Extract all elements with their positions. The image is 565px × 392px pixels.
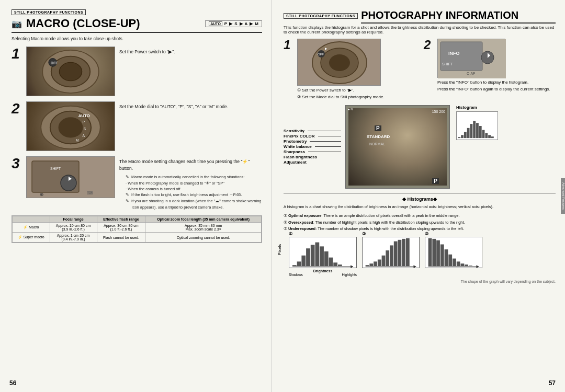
right-step-1: 1 OFF ▶ ① Set the Pow — [284, 39, 415, 101]
svg-text:OFF: OFF — [318, 53, 324, 56]
camera-display-section: Sensitivity FinePix COLOR Photometry Whi… — [284, 105, 556, 189]
photometry-label: Photometry — [284, 139, 307, 144]
svg-rect-54 — [338, 264, 342, 266]
overexposed-label: Overexposed — [288, 220, 313, 225]
note-2: ✎ If the flash is too bright, use flash … — [126, 192, 262, 198]
svg-rect-53 — [333, 262, 337, 266]
cam-display-wrapper: 150 200 P STANDARD NORMAL P ■ N — [345, 105, 450, 189]
step-2-text: Set the Mode dial to "AUTO", "P", "S", "… — [119, 101, 262, 110]
svg-rect-38 — [476, 123, 479, 138]
svg-rect-67 — [406, 238, 410, 266]
photometry-item: Photometry — [284, 139, 341, 144]
right-step-1-image: OFF ▶ — [297, 39, 381, 86]
note-3: ✎ If you are shooting in a dark location… — [126, 198, 262, 210]
step-3-num: 3 — [12, 156, 22, 171]
right-intro: This function displays the histogram for… — [284, 25, 556, 34]
svg-rect-59 — [374, 261, 377, 266]
underexposed-label: Underexposed — [288, 226, 315, 231]
wb-item: White balance — [284, 144, 341, 149]
right-step-2-image: INFO SHIFT C-AF — [437, 39, 505, 78]
svg-rect-44 — [292, 265, 297, 266]
svg-rect-40 — [482, 130, 485, 137]
svg-point-2 — [59, 62, 82, 80]
p-badge-2: P — [432, 178, 439, 184]
note-1: ✎ Macro mode is automatically cancelled … — [126, 174, 262, 180]
svg-point-22 — [329, 54, 350, 71]
histogram-note: The shape of the graph will vary dependi… — [284, 280, 556, 283]
adjustment-label: Adjustment — [284, 160, 307, 165]
mode-auto: AUTO — [209, 21, 222, 26]
mode-s: S — [234, 21, 237, 26]
svg-rect-41 — [485, 133, 488, 138]
shadows-label: Shadows — [289, 273, 303, 276]
right-page: STILL PHOTOGRAPHY FUNCTIONS PHOTOGRAPHY … — [272, 0, 565, 392]
sensitivity-line — [308, 131, 341, 131]
table-row-super-macro: ⚡ Super macro Approx. 1 cm-20 cm(0.4 in.… — [13, 233, 262, 243]
finepix-line — [318, 136, 341, 136]
svg-rect-70 — [428, 238, 432, 266]
svg-rect-77 — [457, 261, 460, 266]
svg-text:⌨: ⌨ — [87, 191, 93, 195]
svg-rect-72 — [436, 240, 440, 266]
histograms-items: ① Optimal exposure: There is an ample di… — [284, 213, 556, 233]
mode-icons: AUTO P ▶ S ▶ A ▶ M — [205, 20, 262, 27]
p-badge-1: P — [375, 125, 381, 131]
svg-rect-66 — [402, 239, 405, 266]
advanced-features-tab: Advanced Features — [561, 178, 565, 214]
svg-text:M: M — [76, 139, 79, 142]
hist-example-2: ② — [362, 237, 420, 268]
step-1-camera-dial: OFF — [27, 47, 115, 96]
histogram-col: Histogram — [456, 105, 498, 189]
svg-rect-61 — [382, 256, 386, 266]
normal-badge: NORMAL — [369, 142, 385, 146]
page-spread: STILL PHOTOGRAPHY FUNCTIONS 📷 MACRO (CLO… — [0, 0, 565, 392]
super-macro-focal: Approx. 1 cm-20 cm(0.4 in.-7.9 in.) — [50, 233, 97, 243]
step-1-num: 1 — [12, 47, 22, 61]
svg-rect-45 — [297, 261, 301, 266]
svg-rect-34 — [464, 132, 467, 138]
svg-rect-52 — [329, 258, 333, 266]
svg-rect-79 — [465, 264, 468, 266]
left-section-tag: STILL PHOTOGRAPHY FUNCTIONS — [12, 9, 86, 15]
macro-label: ⚡ Macro — [13, 223, 50, 233]
sensitivity-item: Sensitivity — [284, 129, 341, 133]
hist-example-1: Pixels — [284, 237, 357, 276]
svg-text:S: S — [83, 127, 86, 131]
step-3-row: 3 SHIFT ⊕ ⌨ The Macro mode setting chang… — [12, 156, 262, 210]
step-1-image: OFF — [26, 47, 115, 96]
left-page-number: 56 — [9, 379, 16, 387]
notes-box: ✎ Macro mode is automatically cancelled … — [119, 174, 262, 211]
finepix-item: FinePix COLOR — [284, 134, 341, 139]
svg-rect-36 — [470, 124, 473, 138]
right-section-tag: STILL PHOTOGRAPHY FUNCTIONS — [284, 13, 358, 19]
hist-chart-3 — [425, 237, 482, 268]
photometry-line — [310, 141, 341, 142]
pixels-label-1: Pixels — [277, 244, 282, 255]
svg-rect-78 — [461, 263, 465, 266]
svg-rect-46 — [301, 256, 306, 266]
sensitivity-label: Sensitivity — [284, 129, 304, 133]
svg-rect-47 — [306, 248, 310, 266]
svg-rect-35 — [467, 128, 470, 137]
step-3-image: SHIFT ⊕ ⌨ — [26, 156, 115, 198]
svg-rect-73 — [440, 245, 444, 267]
svg-rect-50 — [320, 246, 324, 266]
flash-brightness-label: Flash brightness — [284, 155, 317, 159]
svg-text:INFO: INFO — [448, 51, 460, 56]
standard-badge: STANDARD — [367, 134, 390, 139]
hist-item-3: ③ Underexposed: The number of shadow pix… — [284, 226, 556, 233]
hist-item-1: ① Optimal exposure: There is an ample di… — [284, 213, 556, 220]
cam-display-inner — [348, 108, 447, 186]
table-header-0 — [13, 216, 50, 223]
histograms-desc: A histogram is a chart showing the distr… — [284, 204, 556, 210]
step-2-image: AUTO P S A M — [26, 101, 115, 151]
hist-chart-2 — [362, 237, 420, 268]
svg-rect-80 — [469, 266, 472, 266]
svg-rect-74 — [445, 249, 448, 266]
histograms-section: Histograms A histogram is a chart showin… — [284, 193, 556, 284]
wb-label: White balance — [284, 144, 312, 149]
step-2-num: 2 — [12, 101, 22, 116]
svg-rect-65 — [398, 240, 402, 266]
mode-p: P — [224, 21, 227, 26]
adjustment-item: Adjustment — [284, 160, 341, 165]
